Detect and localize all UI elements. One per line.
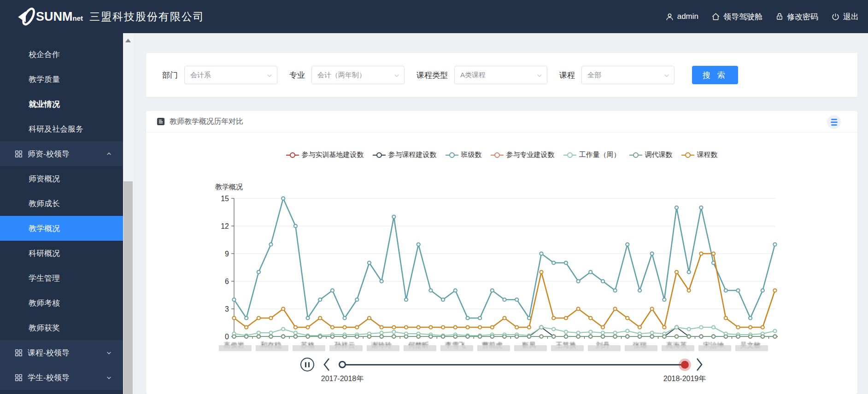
grid-icon: [15, 349, 23, 357]
chevron-up-icon: [106, 151, 112, 157]
scrollbar-thumb[interactable]: [123, 181, 133, 394]
nav-dashboard[interactable]: 领导驾驶舱: [711, 12, 762, 22]
svg-text:9: 9: [225, 250, 229, 258]
svg-text:6: 6: [225, 278, 229, 285]
svg-text:3: 3: [225, 305, 229, 313]
timeline-next-icon[interactable]: [695, 357, 704, 372]
nav-change-password[interactable]: 修改密码: [775, 12, 818, 22]
svg-text:教学概况: 教学概况: [215, 183, 243, 191]
legend-item[interactable]: 工作量（周）: [563, 151, 621, 159]
chevron-down-icon: [536, 72, 543, 79]
chart-panel: 教师教学概况历年对比 参与实训基地建设数参与课程建设数班级数参与专业建设数工作量…: [146, 111, 857, 394]
legend-marker-icon: [563, 152, 576, 158]
home-icon: [711, 12, 720, 21]
grid-icon: [15, 150, 23, 158]
timeline-prev-icon[interactable]: [323, 357, 331, 372]
department-select[interactable]: 会计系: [184, 66, 277, 84]
legend-item[interactable]: 参与实训基地建设数: [286, 151, 364, 159]
sidebar-item-teaching-overview[interactable]: 教学概况: [0, 216, 123, 241]
sidebar-item-student-management[interactable]: 学生管理: [0, 266, 123, 290]
logo: SUNMnet 三盟科技股份有限公司: [16, 5, 205, 28]
sidebar-group-faculty[interactable]: 师资-校领导: [0, 141, 123, 166]
svg-text:0: 0: [225, 333, 229, 341]
legend-item[interactable]: 调代课数: [629, 151, 673, 159]
user-menu[interactable]: admin: [665, 12, 698, 21]
nav-logout[interactable]: 退出: [831, 12, 859, 22]
chart-title: 教师教学概况历年对比: [170, 117, 243, 127]
legend-item[interactable]: 班级数: [446, 151, 482, 159]
course-type-select[interactable]: A类课程: [454, 66, 547, 84]
sunmnet-logo-icon: [16, 5, 39, 28]
sidebar-item-school-enterprise[interactable]: 校企合作: [0, 42, 123, 67]
timeline-pause-button[interactable]: [300, 358, 314, 371]
main-content: 部门 会计系 专业 会计（两年制） 课程类型 A类课程 课程 全部: [133, 33, 868, 394]
timeline-start-node[interactable]: [339, 361, 346, 368]
grid-icon: [15, 374, 23, 382]
power-icon: [831, 12, 840, 21]
document-icon: [157, 117, 165, 126]
legend-item[interactable]: 参与课程建设数: [373, 151, 437, 159]
sidebar-group-course[interactable]: 课程-校领导: [0, 340, 123, 365]
chart-legend: 参与实训基地建设数参与课程建设数班级数参与专业建设数工作量（周）调代课数课程数: [146, 151, 857, 159]
x-axis-label: 吴文敏: [728, 341, 773, 350]
legend-item[interactable]: 参与专业建设数: [491, 151, 555, 159]
major-select[interactable]: 会计（两年制）: [311, 66, 405, 84]
chart-panel-header: 教师教学概况历年对比: [146, 111, 857, 133]
sidebar-group-student[interactable]: 学生-校领导: [0, 365, 123, 390]
user-icon: [665, 12, 674, 21]
legend-marker-icon: [629, 152, 642, 158]
legend-marker-icon: [491, 152, 504, 158]
lock-icon: [775, 12, 784, 21]
legend-marker-icon: [681, 152, 694, 158]
top-header: SUNMnet 三盟科技股份有限公司 admin 领导驾驶舱 修改密码 退出: [0, 0, 868, 33]
chevron-down-icon: [266, 72, 273, 79]
filter-label: 专业: [289, 70, 305, 81]
chevron-down-icon: [106, 375, 112, 381]
header-right-nav: admin 领导驾驶舱 修改密码 退出: [665, 0, 859, 33]
sidebar-item-faculty-overview[interactable]: 师资概况: [0, 166, 123, 191]
timeline-start-label: 2017-2018年: [296, 374, 388, 384]
svg-text:15: 15: [221, 195, 229, 203]
filter-label: 课程: [559, 70, 575, 81]
chevron-down-icon: [106, 350, 112, 356]
filter-panel: 部门 会计系 专业 会计（两年制） 课程类型 A类课程 课程 全部: [146, 53, 857, 97]
logo-text: SUNMnet: [36, 10, 83, 24]
sidebar-item-teacher-assessment[interactable]: 教师考核: [0, 290, 123, 315]
filter-department: 部门 会计系: [162, 66, 277, 84]
line-chart: 教学概况03691215: [146, 171, 857, 355]
x-axis-labels: 高俊岩和存稳苏格孙祥云谢玲玲何楚昕李雪飞曹前虎靳凤王笃换刘丹张瑞高海英宋治坤吴文…: [146, 341, 857, 353]
chevron-down-icon: [663, 72, 670, 79]
timeline-current-node[interactable]: [681, 361, 689, 369]
sidebar-item-research-service[interactable]: 科研及社会服务: [0, 116, 123, 141]
filter-course-type: 课程类型 A类课程: [416, 66, 547, 84]
sidebar-item-employment[interactable]: 就业情况: [0, 92, 123, 116]
sidebar-item-teacher-growth[interactable]: 教师成长: [0, 191, 123, 216]
filter-label: 部门: [162, 70, 178, 81]
timeline-track[interactable]: [342, 364, 685, 365]
timeline-end-label: 2018-2019年: [639, 374, 731, 384]
chart-menu-icon[interactable]: [827, 115, 841, 129]
legend-marker-icon: [286, 152, 299, 158]
company-name: 三盟科技股份有限公司: [89, 10, 205, 24]
scrollbar-up-arrow[interactable]: [125, 39, 131, 42]
search-button[interactable]: 搜 索: [692, 66, 738, 84]
sidebar-item-teaching-quality[interactable]: 教学质量: [0, 67, 123, 92]
legend-marker-icon: [446, 152, 458, 158]
sidebar: 校企合作 教学质量 就业情况 科研及社会服务 师资-校领导 师资概况 教师成长 …: [0, 33, 123, 394]
filter-course: 课程 全部: [559, 66, 674, 84]
vertical-scrollbar[interactable]: [123, 33, 133, 394]
sidebar-item-research-overview[interactable]: 科研概况: [0, 241, 123, 266]
sidebar-item-teacher-awards[interactable]: 教师获奖: [0, 315, 123, 340]
filter-major: 专业 会计（两年制）: [289, 66, 405, 84]
filter-label: 课程类型: [416, 70, 448, 81]
svg-text:12: 12: [221, 222, 229, 230]
legend-item[interactable]: 课程数: [681, 151, 718, 159]
course-select[interactable]: 全部: [581, 66, 674, 84]
legend-marker-icon: [373, 152, 386, 158]
chevron-down-icon: [393, 72, 400, 79]
